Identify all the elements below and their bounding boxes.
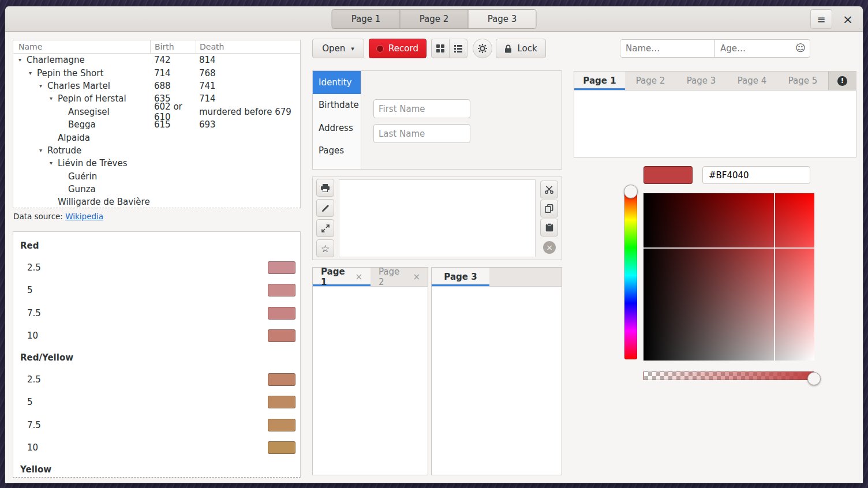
expander-icon[interactable]: ▾ (50, 96, 58, 102)
hex-color-input[interactable] (702, 166, 810, 184)
header-tab[interactable]: Page 3 (468, 9, 537, 29)
right-tab[interactable]: Page 2 (625, 72, 676, 90)
tree-cell-name: ▾Liévin de Trèves (13, 158, 150, 168)
tree-name-text: Charlemagne (27, 55, 85, 65)
smiley-icon[interactable]: ☺ (795, 42, 806, 54)
color-row[interactable]: 10 (13, 325, 300, 348)
header-tab[interactable]: Page 1 (332, 9, 401, 29)
right-tab[interactable]: Page 1 (574, 72, 625, 90)
alpha-slider-handle[interactable] (807, 372, 821, 385)
tree-body: ▾Charlemagne742814▾Pepin the Short714768… (13, 54, 300, 208)
print-button[interactable] (316, 179, 334, 197)
tab-overflow-area: ! (828, 72, 856, 90)
alpha-slider[interactable] (643, 371, 814, 380)
tree-row[interactable]: ▾Charlemagne742814 (13, 54, 300, 66)
grid-view-button[interactable] (431, 39, 450, 58)
color-row[interactable]: 5 (13, 391, 300, 414)
notebook-tab-label: Page 2 (379, 266, 407, 287)
saturation-value-plane[interactable] (643, 193, 814, 361)
right-notebook: Page 1Page 2Page 3Page 4Page 5! (574, 71, 856, 157)
color-swatch (268, 396, 295, 408)
tree-row[interactable]: ▾Rotrude (13, 144, 300, 157)
last-name-field[interactable] (373, 124, 470, 143)
list-view-icon (454, 44, 462, 52)
color-row-label: 10 (27, 331, 38, 341)
tree-name-text: Liévin de Trèves (58, 158, 128, 168)
record-icon (377, 46, 383, 52)
sidebar-item-birthdate[interactable]: Birthdate (313, 94, 361, 117)
tab-close-icon[interactable]: × (413, 272, 420, 282)
right-tab[interactable]: Page 3 (676, 72, 727, 90)
color-swatch (268, 441, 295, 454)
expander-icon[interactable]: ▾ (39, 83, 47, 89)
error-icon[interactable]: ! (837, 76, 847, 86)
view-switcher (431, 39, 467, 58)
header-tab[interactable]: Page 2 (400, 9, 469, 29)
list-view-button[interactable] (449, 39, 467, 58)
tree-name-text: Pepin of Herstal (58, 93, 126, 104)
tree-name-text: Rotrude (47, 145, 81, 156)
settings-button[interactable] (473, 39, 492, 58)
color-section-title: Red (13, 235, 300, 256)
expander-icon[interactable]: ▾ (50, 160, 58, 166)
copy-button[interactable] (540, 200, 558, 217)
tree-row[interactable]: Begga615693 (13, 118, 300, 131)
sidebar-item-address[interactable]: Address (313, 117, 361, 140)
expander-icon[interactable]: ▾ (18, 57, 27, 63)
wikipedia-link[interactable]: Wikipedia (65, 212, 103, 221)
canvas-area[interactable] (339, 179, 536, 257)
favorite-button[interactable]: ☆ (316, 239, 334, 257)
first-name-field[interactable] (373, 99, 470, 118)
tree-row[interactable]: ▾Liévin de Trèves (13, 157, 300, 170)
cancel-icon[interactable]: × (543, 241, 556, 254)
color-row[interactable]: 2.5 (13, 368, 300, 391)
expander-icon[interactable]: ▾ (39, 148, 47, 153)
column-header-name[interactable]: Name (13, 40, 150, 53)
open-button[interactable]: Open ▾ (312, 39, 364, 58)
selected-color-swatch[interactable] (643, 166, 693, 184)
sv-crosshair-vertical (774, 193, 775, 361)
notebook-tab-label: Page 3 (444, 272, 477, 282)
tree-row[interactable]: Guérin (13, 170, 300, 183)
tree-column-headers: Name Birth Death (13, 40, 300, 54)
right-tab[interactable]: Page 5 (777, 72, 828, 90)
color-list: Red2.557.510Red/Yellow2.557.510Yellow (13, 231, 301, 478)
tree-row[interactable]: ▾Charles Martel688741 (13, 80, 300, 92)
tree-row[interactable]: Gunza (13, 183, 300, 196)
tab-close-icon[interactable]: × (355, 272, 362, 282)
name-input[interactable] (620, 39, 715, 58)
edit-button[interactable] (316, 199, 334, 217)
column-header-death[interactable]: Death (196, 40, 300, 53)
tree-cell-death: murdered before 679 (196, 107, 300, 117)
color-row[interactable]: 10 (13, 437, 300, 460)
color-row[interactable]: 7.5 (13, 414, 300, 437)
color-row-label: 5 (27, 285, 33, 295)
tree-row[interactable]: Willigarde de Bavière (13, 196, 300, 208)
expander-icon[interactable]: ▾ (29, 70, 37, 76)
notebook-tab[interactable]: Page 3 (432, 268, 489, 286)
color-swatch (268, 307, 295, 320)
menu-button[interactable]: ≡ (810, 9, 832, 29)
color-row[interactable]: 2.5 (13, 256, 300, 279)
hue-slider-handle[interactable] (624, 185, 638, 198)
lock-button[interactable]: Lock (496, 39, 546, 58)
tree-row[interactable]: ▾Pepin the Short714768 (13, 66, 300, 79)
hue-slider[interactable] (624, 192, 637, 359)
color-row[interactable]: 5 (13, 279, 300, 302)
fullscreen-button[interactable] (316, 219, 334, 237)
record-button[interactable]: Record (369, 39, 426, 58)
lock-icon (504, 44, 512, 53)
right-tab[interactable]: Page 4 (727, 72, 777, 90)
color-row[interactable]: 7.5 (13, 302, 300, 325)
cut-button[interactable] (540, 181, 558, 198)
tree-row[interactable]: Ansegisel602 or 610murdered before 679 (13, 106, 300, 118)
sidebar-item-identity[interactable]: Identity (313, 71, 361, 94)
sidebar-item-pages[interactable]: Pages (313, 140, 361, 163)
paste-button[interactable] (540, 219, 558, 237)
column-header-birth[interactable]: Birth (150, 40, 196, 53)
color-swatch (268, 419, 295, 431)
tree-row[interactable]: Alpaida (13, 131, 300, 144)
notebook-tab[interactable]: Page 2× (371, 268, 428, 286)
close-button[interactable]: × (838, 9, 858, 29)
notebook-tab[interactable]: Page 1× (313, 268, 371, 286)
